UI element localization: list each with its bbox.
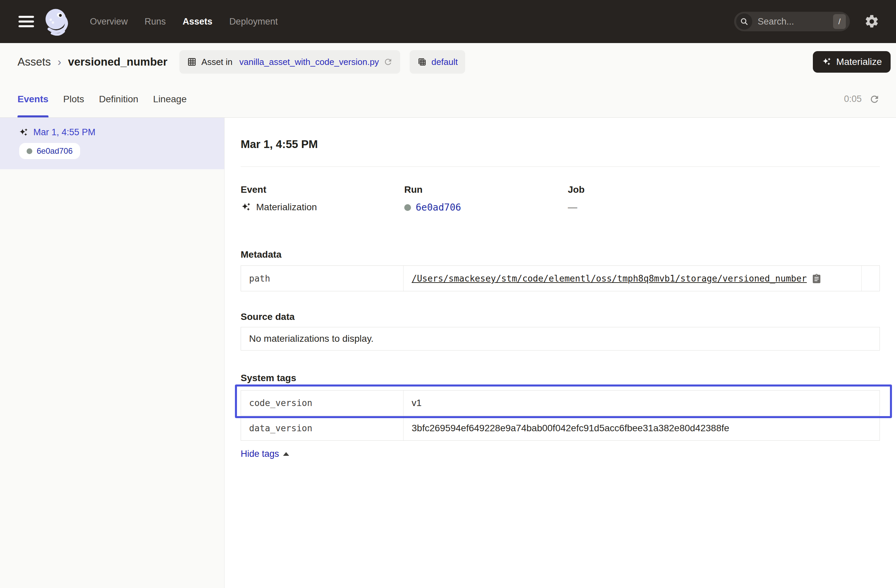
tab-bar: Events Plots Definition Lineage 0:05 — [0, 81, 896, 118]
event-overview: Event Materialization Run 6e0ad706 Job — — [241, 184, 880, 213]
run-id-badge[interactable]: 6e0ad706 — [19, 143, 80, 159]
settings-gear-icon[interactable] — [864, 14, 879, 29]
tab-events[interactable]: Events — [17, 81, 49, 117]
metadata-heading: Metadata — [241, 249, 880, 260]
run-label: Run — [404, 184, 568, 195]
group-default-link[interactable]: default — [431, 57, 458, 67]
refresh-countdown: 0:05 — [844, 94, 862, 104]
main-nav: Overview Runs Assets Deployment — [90, 17, 278, 27]
event-title: Mar 1, 4:55 PM — [241, 138, 880, 151]
event-timestamp: Mar 1, 4:55 PM — [34, 127, 96, 138]
tab-definition[interactable]: Definition — [99, 81, 138, 117]
code-version-key: code_version — [241, 390, 404, 415]
run-id-link[interactable]: 6e0ad706 — [416, 202, 461, 213]
search-input[interactable]: Search... / — [734, 12, 850, 31]
code-version-value: v1 — [411, 398, 422, 409]
path-value-link[interactable]: /Users/smackesey/stm/code/elementl/oss/t… — [411, 273, 807, 284]
job-empty-value: — — [568, 202, 577, 213]
divider — [241, 167, 880, 167]
job-label: Job — [568, 184, 731, 195]
refresh-icon[interactable] — [869, 94, 880, 105]
dagster-logo[interactable] — [43, 8, 72, 36]
breadcrumb-chevron-icon: › — [58, 56, 61, 68]
table-row: data_version 3bfc269594ef649228e9a74bab0… — [241, 415, 879, 440]
nav-item-runs[interactable]: Runs — [145, 17, 166, 27]
source-data-heading: Source data — [241, 311, 880, 322]
materialization-sparkle-icon — [18, 128, 29, 138]
run-status-dot — [27, 148, 32, 154]
sparkle-icon — [821, 57, 832, 67]
search-icon — [736, 14, 752, 30]
tab-plots[interactable]: Plots — [63, 81, 84, 117]
nav-item-deployment[interactable]: Deployment — [229, 17, 278, 27]
search-placeholder: Search... — [758, 17, 833, 27]
asset-in-label: Asset in — [201, 57, 235, 67]
nav-item-overview[interactable]: Overview — [90, 17, 128, 27]
search-shortcut-key: / — [833, 14, 846, 29]
event-list-item-selected[interactable]: Mar 1, 4:55 PM 6e0ad706 — [0, 118, 224, 169]
menu-icon[interactable] — [18, 16, 34, 27]
event-type-value: Materialization — [256, 202, 317, 213]
metadata-table: path /Users/smackesey/stm/code/elementl/… — [241, 265, 880, 291]
source-data-empty-state: No materializations to display. — [241, 327, 880, 351]
run-id-label: 6e0ad706 — [37, 146, 73, 156]
breadcrumb-current: versioned_number — [68, 56, 167, 68]
event-list-sidebar: Mar 1, 4:55 PM 6e0ad706 — [0, 118, 224, 588]
data-version-value: 3bfc269594ef649228e9a74bab00f042efc91d5a… — [411, 423, 729, 434]
event-label: Event — [241, 184, 404, 195]
asset-definition-badge: Asset in vanilla_asset_with_code_version… — [180, 50, 400, 74]
repo-grid-icon — [417, 57, 427, 67]
breadcrumb-assets-link[interactable]: Assets — [17, 56, 51, 68]
materialization-sparkle-icon — [241, 202, 251, 213]
materialize-label: Materialize — [837, 56, 882, 67]
system-tags-table: code_version v1 data_version 3bfc269594e… — [241, 390, 880, 441]
hide-tags-toggle[interactable]: Hide tags — [241, 449, 289, 459]
system-tags-heading: System tags — [241, 373, 880, 383]
event-detail-panel: Mar 1, 4:55 PM Event Materialization Run… — [224, 118, 896, 588]
table-row: code_version v1 — [241, 390, 879, 415]
metadata-key: path — [241, 266, 404, 291]
hide-tags-label: Hide tags — [241, 449, 279, 459]
grid-icon — [187, 57, 197, 67]
asset-group-badge: default — [410, 50, 465, 74]
run-status-dot — [404, 204, 411, 211]
table-action-cell — [861, 266, 879, 291]
copy-clipboard-icon[interactable] — [812, 273, 821, 284]
materialize-button[interactable]: Materialize — [813, 51, 891, 73]
table-row: path /Users/smackesey/stm/code/elementl/… — [241, 266, 879, 291]
tab-lineage[interactable]: Lineage — [153, 81, 187, 117]
asset-file-link[interactable]: vanilla_asset_with_code_version.py — [239, 57, 379, 67]
data-version-key: data_version — [241, 416, 404, 440]
asset-header: Assets › versioned_number Asset in vanil… — [0, 43, 896, 81]
reload-definition-icon[interactable] — [383, 57, 393, 67]
caret-up-icon — [283, 452, 289, 456]
nav-item-assets[interactable]: Assets — [183, 17, 213, 27]
top-nav: Overview Runs Assets Deployment Search..… — [0, 0, 896, 43]
